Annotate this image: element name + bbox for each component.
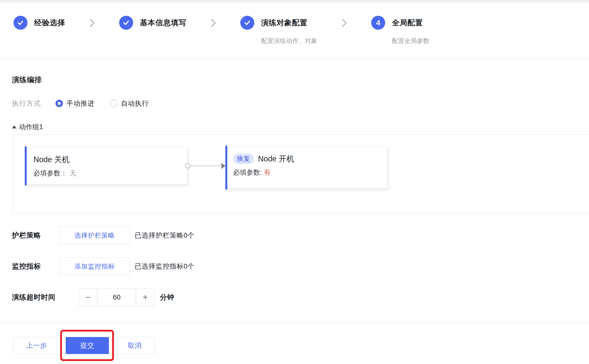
decrement-button[interactable]: − — [79, 288, 97, 306]
step-done-circle — [240, 16, 254, 30]
required-params-label: 必填参数： — [33, 169, 67, 177]
timeout-stepper: − 60 + — [79, 288, 154, 306]
collapse-triangle-icon[interactable] — [12, 125, 16, 128]
step-experience: 经验选择 — [13, 16, 65, 30]
step-progress-bar: 经验选择 基本信息填写 — [0, 2, 589, 45]
step-current-circle: 4 — [371, 16, 385, 30]
connector-arrow-icon — [221, 163, 226, 169]
check-icon — [244, 19, 251, 26]
timeout-label: 演练超时时间 — [12, 293, 55, 302]
recover-badge: 恢复 — [233, 153, 254, 164]
action-group-header[interactable]: 动作组1 — [12, 122, 589, 131]
required-params: 必填参数：无 — [33, 169, 187, 178]
step-target-config: 演练对象配置 配置演练动作、对象 — [240, 16, 317, 45]
timeout-unit: 分钟 — [160, 293, 174, 302]
step-label: 经验选择 — [34, 18, 65, 28]
step-number: 4 — [376, 18, 380, 27]
timeout-row: 演练超时时间 − 60 + 分钟 — [12, 288, 589, 306]
check-icon — [122, 19, 130, 26]
required-params: 必填参数:有 — [233, 168, 387, 177]
step-label: 全局配置 — [392, 18, 423, 28]
wizard-header: 经验选择 基本信息填写 — [0, 2, 589, 59]
step-done-circle — [13, 16, 27, 30]
increment-button[interactable]: + — [136, 288, 154, 306]
step-done-circle — [119, 16, 133, 30]
prev-step-button[interactable]: 上一步 — [13, 337, 60, 354]
card-title: Node 关机 — [33, 154, 187, 165]
required-params-value: 无 — [70, 169, 76, 177]
step-label: 基本信息填写 — [140, 18, 186, 28]
card-accent-bar — [25, 146, 27, 185]
required-params-value: 有 — [264, 169, 271, 176]
step-global-config: 4 全局配置 配置全局参数 — [371, 16, 429, 45]
step-basic-info: 基本信息填写 — [119, 16, 186, 30]
step-target-config-row[interactable]: 演练对象配置 — [240, 16, 317, 30]
footer: 上一步 提交 取消 — [0, 323, 589, 364]
radio-unselected-icon[interactable] — [110, 100, 117, 107]
step-global-config-row[interactable]: 4 全局配置 — [371, 16, 429, 30]
connector-line — [190, 165, 222, 166]
action-card-shutdown[interactable]: Node 关机 必填参数：无 — [25, 147, 187, 184]
section-title: 演练编排 — [12, 75, 589, 85]
radio-auto-label[interactable]: 自动执行 — [121, 99, 149, 108]
action-card-poweron[interactable]: 恢复 Node 开机 必填参数:有 — [225, 147, 387, 189]
check-icon — [17, 19, 24, 26]
radio-selected-icon[interactable] — [55, 100, 63, 107]
card-title: Node 开机 — [258, 154, 294, 164]
metrics-summary: 已选择监控指标0个 — [135, 262, 195, 271]
submit-button[interactable]: 提交 — [66, 337, 109, 354]
step-subtitle: 配置全局参数 — [392, 37, 429, 45]
guardrail-label: 护栏策略 — [12, 231, 59, 240]
radio-manual[interactable]: 手动推进 — [55, 99, 94, 108]
radio-auto[interactable]: 自动执行 — [110, 99, 149, 108]
card-accent-bar — [225, 146, 227, 190]
timeout-value[interactable]: 60 — [98, 288, 135, 306]
exec-mode-row: 执行方式 手动推进 自动执行 — [12, 99, 589, 108]
exec-mode-label: 执行方式 — [12, 99, 41, 108]
cancel-button[interactable]: 取消 — [115, 337, 155, 354]
footer-buttons: 上一步 提交 取消 — [13, 337, 589, 354]
page-top-strip — [0, 0, 589, 2]
add-metric-button[interactable]: 添加监控指标 — [59, 257, 130, 275]
chevron-right-icon — [211, 18, 216, 27]
select-guardrail-button[interactable]: 选择护栏策略 — [59, 226, 130, 244]
step-basic-info-row[interactable]: 基本信息填写 — [119, 16, 186, 30]
metrics-label: 监控指标 — [12, 262, 59, 271]
guardrail-row: 护栏策略 选择护栏策略 已选择护栏策略0个 — [12, 226, 589, 244]
guardrail-summary: 已选择护栏策略0个 — [135, 231, 195, 240]
required-params-label: 必填参数: — [233, 169, 262, 176]
action-group-canvas: Node 关机 必填参数：无 恢复 Node 开机 必填参数:有 — [12, 134, 589, 213]
action-group-title: 动作组1 — [19, 122, 43, 131]
step-experience-row[interactable]: 经验选择 — [13, 16, 65, 30]
chevron-right-icon — [341, 18, 347, 27]
radio-manual-label[interactable]: 手动推进 — [66, 99, 94, 108]
connector-start-dot — [185, 163, 190, 169]
card-title-row: 恢复 Node 开机 — [233, 153, 387, 164]
step-label: 演练对象配置 — [261, 18, 307, 28]
metrics-row: 监控指标 添加监控指标 已选择监控指标0个 — [12, 257, 589, 275]
chevron-right-icon — [89, 18, 95, 27]
main-content: 演练编排 执行方式 手动推进 自动执行 动作组1 Node 关机 必填参数：无 — [0, 59, 589, 306]
step-subtitle: 配置演练动作、对象 — [261, 37, 317, 45]
